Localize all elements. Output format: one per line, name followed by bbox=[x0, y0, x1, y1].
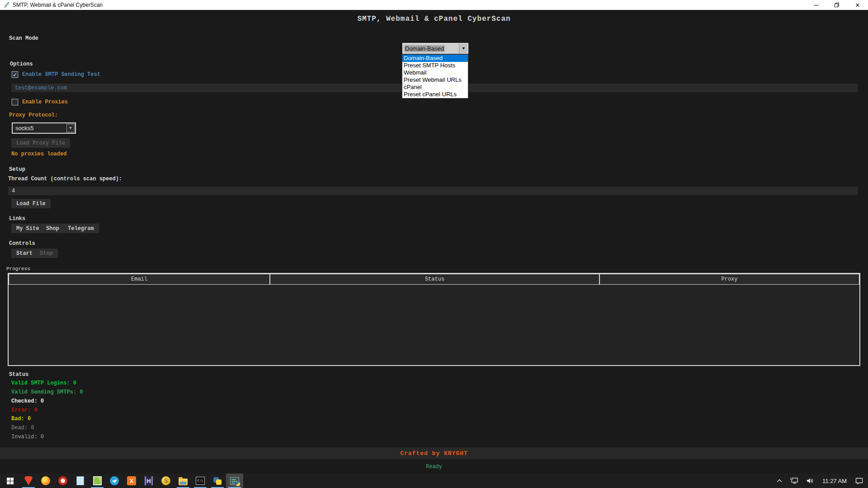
tray-chevron-up-icon[interactable] bbox=[774, 474, 785, 488]
taskbar-item-idm[interactable] bbox=[54, 474, 71, 488]
taskbar-item-firefox[interactable] bbox=[37, 474, 54, 488]
notepad-icon bbox=[76, 476, 84, 485]
scan-mode-selected-value: Domain-Based bbox=[404, 45, 445, 52]
crafted-banner: Crafted by KNYGHT bbox=[0, 447, 868, 459]
load-file-button[interactable]: Load File bbox=[11, 199, 51, 208]
status-section-label: Status bbox=[9, 371, 28, 378]
dropdown-option-cpanel[interactable]: cPanel bbox=[402, 84, 468, 91]
proxy-status-text: No proxies loaded bbox=[11, 151, 66, 157]
chevron-down-icon[interactable]: ▼ bbox=[459, 43, 468, 53]
volume-icon[interactable] bbox=[803, 474, 817, 488]
results-table-header: Email Status Proxy bbox=[9, 274, 859, 285]
valid-sending-smtps-counter: Valid Sending SMTPs: 0 bbox=[11, 389, 83, 395]
proxies-checkbox-row: Enable Proxies bbox=[12, 99, 68, 105]
progress-section-label: Progress bbox=[6, 266, 30, 272]
tk-feather-icon[interactable] bbox=[4, 2, 10, 8]
taskbar-item-cyberscan-app[interactable] bbox=[226, 474, 243, 488]
windows-logo-icon bbox=[7, 478, 14, 484]
notepad-plus-plus-icon bbox=[93, 476, 102, 485]
taskbar-item-python-tools[interactable] bbox=[209, 474, 226, 488]
firefox-icon bbox=[41, 476, 50, 485]
cyberscan-app-icon bbox=[230, 477, 239, 485]
scan-mode-label: Scan Mode bbox=[9, 35, 38, 42]
shop-button[interactable]: Shop bbox=[41, 224, 64, 233]
file-explorer-icon bbox=[179, 479, 188, 485]
page-title: SMTP, Webmail & cPanel CyberScan bbox=[0, 15, 868, 23]
window-title: SMTP, Webmail & cPanel CyberScan bbox=[13, 2, 103, 8]
checked-counter: Checked: 0 bbox=[11, 398, 44, 404]
controls-section-label: Controls bbox=[9, 240, 35, 247]
stop-button: Stop bbox=[35, 249, 58, 258]
telegram-button[interactable]: Telegram bbox=[63, 224, 99, 233]
valid-smtp-logins-counter: Valid SMTP Logins: 0 bbox=[11, 380, 76, 386]
invalid-counter: Invalid: 0 bbox=[11, 434, 44, 440]
taskbar: X H S C:\ bbox=[0, 474, 868, 488]
results-table: Email Status Proxy bbox=[8, 273, 860, 366]
network-icon[interactable] bbox=[787, 474, 802, 488]
proxy-protocol-combobox[interactable]: socks5 ▼ bbox=[12, 122, 76, 134]
download-manager-icon bbox=[58, 476, 67, 485]
scan-mode-combobox[interactable]: Domain-Based ▼ bbox=[402, 43, 468, 54]
my-site-button[interactable]: My Site bbox=[11, 224, 44, 233]
system-tray: 11:27 AM bbox=[774, 474, 868, 488]
proxy-protocol-label: Proxy Protocol: bbox=[9, 112, 58, 118]
taskbar-item-brave[interactable] bbox=[20, 474, 37, 488]
links-section-label: Links bbox=[9, 216, 25, 222]
dead-counter: Dead: 0 bbox=[11, 425, 34, 431]
brave-icon bbox=[24, 476, 33, 485]
start-button[interactable]: Start bbox=[11, 249, 38, 258]
taskbar-clock[interactable]: 11:27 AM bbox=[819, 478, 850, 484]
close-icon: ✕ bbox=[855, 2, 860, 8]
proxy-protocol-selected-value: socks5 bbox=[13, 123, 66, 133]
checkmark-icon: ✔ bbox=[13, 71, 16, 78]
taskbar-item-notepad[interactable] bbox=[71, 474, 89, 488]
bad-counter: Bad: 0 bbox=[11, 416, 31, 422]
dropdown-option-preset-smtp-hosts[interactable]: Preset SMTP Hosts bbox=[402, 62, 468, 69]
action-center-icon[interactable] bbox=[852, 474, 866, 488]
python-tools-icon bbox=[213, 476, 222, 485]
chevron-down-icon[interactable]: ▼ bbox=[66, 124, 75, 132]
minimize-icon bbox=[814, 5, 819, 5]
restore-button[interactable] bbox=[826, 0, 847, 10]
thread-count-input[interactable]: 4 bbox=[8, 187, 858, 195]
taskbar-item-coin-app[interactable]: S bbox=[157, 474, 175, 488]
error-counter: Error: 0 bbox=[11, 407, 38, 413]
taskbar-item-command-prompt[interactable]: C:\ bbox=[192, 474, 209, 488]
restore-icon bbox=[835, 3, 839, 7]
dropdown-option-domain-based[interactable]: Domain-Based bbox=[402, 55, 468, 62]
taskbar-item-notepad-plus-plus[interactable] bbox=[89, 474, 106, 488]
command-prompt-icon: C:\ bbox=[196, 477, 205, 485]
thread-count-label: Thread Count (controls scan speed): bbox=[8, 176, 122, 182]
results-table-body bbox=[9, 285, 859, 365]
ready-status-text: Ready bbox=[0, 464, 868, 470]
scan-mode-dropdown-list: Domain-Based Preset SMTP Hosts Webmail P… bbox=[402, 54, 468, 99]
column-header-email[interactable]: Email bbox=[9, 274, 270, 285]
telegram-icon bbox=[110, 476, 119, 485]
taskbar-item-h-app[interactable]: H bbox=[140, 474, 157, 488]
minimize-button[interactable] bbox=[806, 0, 826, 10]
options-section-label: Options bbox=[10, 61, 33, 67]
taskbar-item-file-explorer[interactable] bbox=[175, 474, 192, 488]
column-header-proxy[interactable]: Proxy bbox=[599, 274, 859, 285]
start-button-taskbar[interactable] bbox=[0, 474, 20, 488]
dropdown-option-preset-cpanel-urls[interactable]: Preset cPanel URLs bbox=[402, 91, 468, 98]
column-header-status[interactable]: Status bbox=[270, 274, 599, 285]
proxies-checkbox-label: Enable Proxies bbox=[22, 99, 68, 105]
xampp-icon: X bbox=[127, 476, 136, 485]
setup-section-label: Setup bbox=[9, 166, 25, 173]
smtp-test-checkbox-label: Enable SMTP Sending Test bbox=[22, 71, 100, 78]
dropdown-option-preset-webmail-urls[interactable]: Preset Webmail URLs bbox=[402, 76, 468, 84]
smtp-test-checkbox-row: ✔ Enable SMTP Sending Test bbox=[12, 71, 100, 78]
h-app-icon: H bbox=[145, 476, 153, 485]
coin-app-icon: S bbox=[161, 476, 170, 485]
taskbar-item-telegram[interactable] bbox=[106, 474, 123, 488]
proxies-checkbox[interactable] bbox=[12, 99, 18, 105]
crafted-text: Crafted by KNYGHT bbox=[400, 450, 468, 457]
dropdown-option-webmail[interactable]: Webmail bbox=[402, 69, 468, 76]
close-button[interactable]: ✕ bbox=[847, 0, 868, 10]
smtp-test-checkbox[interactable]: ✔ bbox=[12, 71, 18, 78]
titlebar: SMTP, Webmail & cPanel CyberScan ✕ bbox=[0, 0, 868, 10]
taskbar-item-xampp[interactable]: X bbox=[123, 474, 140, 488]
load-proxy-file-button: Load Proxy File bbox=[11, 138, 70, 148]
app-window: SMTP, Webmail & cPanel CyberScan ✕ SMTP,… bbox=[0, 0, 868, 488]
